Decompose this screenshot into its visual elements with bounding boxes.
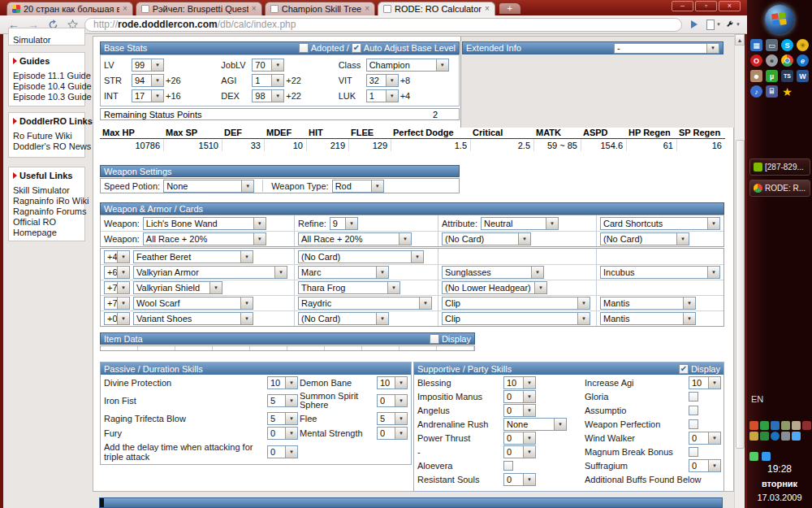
- equip-acc-card-select[interactable]: Incubus▼: [600, 266, 720, 279]
- close-button[interactable]: ×: [719, 1, 741, 11]
- skill-level-select[interactable]: 5▼: [377, 412, 408, 425]
- user-avatar-icon[interactable]: ☻: [750, 70, 762, 82]
- skill-level-select[interactable]: 10▼: [267, 376, 298, 389]
- skill-checkbox[interactable]: [689, 447, 698, 457]
- chrome-icon[interactable]: [781, 54, 793, 67]
- equip-acc-select[interactable]: Clip▼: [442, 297, 590, 310]
- sidebar-item-skill-simulator[interactable]: Skill Simulator: [13, 185, 80, 196]
- tab-close-icon[interactable]: ×: [365, 5, 369, 13]
- favorites-star-icon[interactable]: ★: [781, 85, 793, 98]
- auto-adjust-checkbox[interactable]: ✔: [352, 43, 361, 53]
- tab-close-icon[interactable]: ×: [485, 5, 490, 13]
- tray-icon[interactable]: [760, 432, 769, 441]
- speed-potion-select[interactable]: None▼: [163, 180, 254, 193]
- equip-card-select[interactable]: Marc▼: [298, 266, 389, 279]
- skill-checkbox[interactable]: [689, 392, 698, 402]
- skill-level-select[interactable]: 0▼: [689, 459, 721, 472]
- luk-select[interactable]: 1▼: [366, 89, 399, 102]
- skype-icon[interactable]: S: [781, 39, 793, 51]
- sidebar-item-ragnainfo-forums[interactable]: Ragnainfo Forums: [13, 206, 80, 217]
- equip-acc-select[interactable]: Sunglasses▼: [442, 266, 544, 279]
- tray-icon[interactable]: [771, 421, 780, 430]
- equip-card-select[interactable]: Thara Frog▼: [298, 281, 400, 294]
- new-tab-button[interactable]: +: [499, 3, 520, 14]
- tab-4-active[interactable]: RODE: RO Calculator ×: [378, 2, 495, 15]
- maximize-button[interactable]: ▫: [695, 1, 717, 11]
- sidebar-item-ragnainfo-wiki[interactable]: Ragnainfo iRo Wiki: [13, 196, 80, 206]
- sidebar-item-ro-future-wiki[interactable]: Ro Future Wiki: [13, 131, 80, 141]
- tab-2[interactable]: Рэйчел: Bruspetti Quest ×: [136, 2, 262, 15]
- minimize-button[interactable]: –: [672, 1, 693, 11]
- skill-level-select[interactable]: 5▼: [267, 412, 298, 425]
- tab-close-icon[interactable]: ×: [252, 5, 257, 13]
- page-menu-icon[interactable]: ▼: [706, 17, 721, 32]
- equip-acc-card-select[interactable]: Mantis▼: [600, 297, 696, 310]
- equip-refine-select[interactable]: +7▼: [104, 297, 130, 310]
- sidebar-item-episode-104[interactable]: Episode 10.4 Guide: [13, 81, 80, 92]
- int-select[interactable]: 17▼: [132, 89, 164, 102]
- equip-acc-select[interactable]: (No Lower Headgear)▼: [442, 281, 547, 294]
- agi-select[interactable]: 1▼: [252, 74, 284, 87]
- sidebar-item-doddlers-news[interactable]: Doddler's RO News: [13, 141, 80, 152]
- tab-3[interactable]: Champion Skill Tree ×: [265, 2, 375, 15]
- class-select[interactable]: Champion▼: [366, 59, 449, 72]
- skill-level-select[interactable]: 0▼: [267, 445, 298, 458]
- word-icon[interactable]: W: [797, 70, 809, 82]
- skill-level-select[interactable]: 0▼: [377, 394, 408, 407]
- skill-level-select[interactable]: 10▼: [689, 376, 721, 389]
- teamspeak-icon[interactable]: TS: [781, 70, 793, 82]
- sidebar-item-episode-111[interactable]: Episode 11.1 Guide: [13, 71, 80, 81]
- tray-icon[interactable]: [792, 421, 801, 430]
- skill-level-select[interactable]: 0▼: [377, 427, 408, 440]
- sidebar-item-official-ro[interactable]: Official RO: [13, 217, 80, 228]
- weapon-card4-select[interactable]: (No Card)▼: [600, 232, 689, 245]
- equip-card-select[interactable]: Raydric▼: [298, 297, 432, 310]
- qip-icon[interactable]: ✳: [797, 39, 809, 51]
- skill-level-select[interactable]: 0▼: [503, 445, 536, 458]
- go-icon[interactable]: [687, 17, 702, 32]
- equip-refine-select[interactable]: +0▼: [104, 312, 130, 325]
- equip-refine-select[interactable]: +7▼: [104, 281, 130, 294]
- skill-checkbox[interactable]: [689, 406, 698, 415]
- joblv-select[interactable]: 70▼: [252, 59, 284, 72]
- tab-close-icon[interactable]: ×: [123, 5, 127, 13]
- attribute-select[interactable]: Neutral▼: [481, 217, 559, 230]
- tray-icon[interactable]: [781, 421, 790, 430]
- str-select[interactable]: 94▼: [132, 74, 164, 87]
- card-shortcuts-select[interactable]: Card Shortcuts▼: [600, 217, 720, 230]
- my-computer-icon[interactable]: ▦: [750, 39, 762, 51]
- taskbar-button-icq[interactable]: [287-829...: [749, 158, 810, 176]
- media-player-icon[interactable]: ♪: [750, 85, 762, 98]
- equip-refine-select[interactable]: +6▼: [104, 266, 130, 279]
- adopted-checkbox[interactable]: [299, 43, 309, 53]
- tray-icon[interactable]: [771, 432, 780, 441]
- equip-item-select[interactable]: Variant Shoes▼: [133, 312, 253, 325]
- skill-level-select[interactable]: 0▼: [503, 473, 536, 486]
- skill-level-select[interactable]: 0▼: [267, 427, 298, 440]
- skill-level-select[interactable]: 10▼: [377, 376, 408, 389]
- taskbar-button-rode[interactable]: RODE: R...: [749, 180, 810, 197]
- skill-level-select[interactable]: 0▼: [503, 390, 536, 403]
- tray-icon[interactable]: [749, 421, 758, 430]
- equip-card-select[interactable]: (No Card)▼: [298, 312, 389, 325]
- skill-level-select[interactable]: 0▼: [689, 432, 721, 445]
- weapon-select[interactable]: Lich's Bone Wand▼: [143, 217, 266, 230]
- lv-select[interactable]: 99▼: [132, 59, 164, 72]
- ie-icon[interactable]: e: [797, 54, 809, 67]
- sidebar-item-homepage[interactable]: Homepage: [13, 228, 80, 238]
- sidebar-item-episode-103[interactable]: Episode 10.3 Guide: [13, 92, 80, 102]
- opera-icon[interactable]: O: [750, 54, 762, 67]
- supportive-display-checkbox[interactable]: ✔: [679, 364, 689, 374]
- scrollbar-thumb[interactable]: [736, 140, 745, 449]
- equip-refine-select[interactable]: +4▼: [104, 250, 130, 263]
- skill-level-select[interactable]: 10▼: [503, 376, 536, 389]
- equip-item-select[interactable]: Wool Scarf▼: [133, 297, 253, 310]
- cmd-window-icon[interactable]: ▭: [766, 39, 778, 51]
- equip-item-select[interactable]: Valkyrian Shield▼: [133, 281, 222, 294]
- tray-icon[interactable]: [749, 452, 758, 461]
- skill-level-select[interactable]: 0▼: [503, 432, 536, 445]
- clock-time[interactable]: 19:28: [747, 463, 812, 475]
- equip-item-select[interactable]: Feather Beret▼: [133, 250, 253, 263]
- equip-acc-card-select[interactable]: Mantis▼: [600, 312, 696, 325]
- tray-icon[interactable]: [749, 432, 758, 441]
